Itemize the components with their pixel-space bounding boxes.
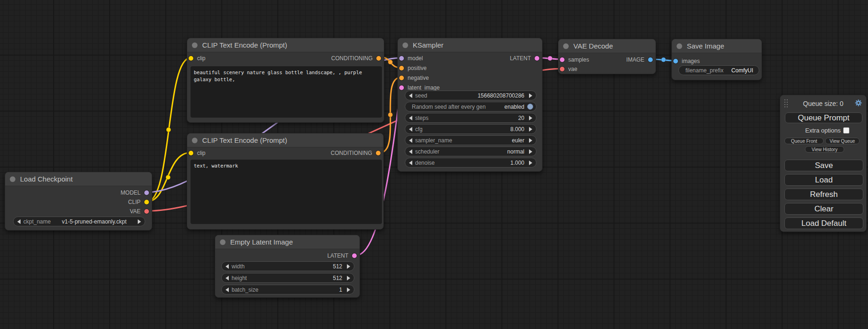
denoise-value: 1.000 [510, 160, 524, 166]
increment-arrow-icon[interactable] [529, 116, 532, 120]
refresh-button[interactable]: Refresh [784, 189, 863, 200]
images-input-dot[interactable] [673, 59, 678, 63]
node-save-image[interactable]: Save Image images filename_prefix ComfyU… [671, 39, 762, 80]
decrement-arrow-icon[interactable] [226, 276, 229, 280]
view-history-button[interactable]: View History [805, 146, 844, 153]
clear-button[interactable]: Clear [784, 203, 863, 215]
clip-input-dot[interactable] [189, 151, 193, 155]
output-conditioning: CONDITIONING [331, 54, 381, 63]
vae-input-dot[interactable] [560, 67, 565, 71]
batch-size-widget[interactable]: batch_size 1 [221, 285, 354, 294]
node-title: Empty Latent Image [230, 238, 293, 246]
clip-input-dot[interactable] [189, 56, 193, 61]
batch-size-value: 1 [339, 287, 342, 293]
filename-prefix-widget[interactable]: filename_prefix ComfyUI [678, 65, 759, 75]
node-empty-latent-image[interactable]: Empty Latent Image LATENT width 512 heig… [215, 235, 360, 298]
decrement-arrow-icon[interactable] [226, 287, 229, 292]
node-title-bar[interactable]: Load Checkpoint [5, 172, 152, 186]
save-button[interactable]: Save [784, 160, 863, 171]
conditioning-output-dot[interactable] [376, 56, 381, 61]
increment-arrow-icon[interactable] [529, 93, 532, 98]
output-latent: LATENT [327, 251, 357, 260]
increment-arrow-icon[interactable] [529, 127, 532, 132]
node-ksampler[interactable]: KSampler model positive negative latent_… [397, 38, 543, 172]
node-title-bar[interactable]: VAE Decode [558, 39, 656, 53]
increment-arrow-icon[interactable] [347, 287, 350, 292]
latent-image-input-dot[interactable] [399, 85, 404, 90]
positive-input-dot[interactable] [399, 66, 404, 70]
decrement-arrow-icon[interactable] [409, 127, 412, 132]
decrement-arrow-icon[interactable] [409, 93, 412, 98]
vae-output-dot[interactable] [144, 209, 149, 214]
decrement-arrow-icon[interactable] [226, 264, 229, 269]
scheduler-value: normal [507, 148, 524, 155]
cfg-widget[interactable]: cfg 8.000 [405, 124, 536, 134]
node-title-bar[interactable]: KSampler [398, 38, 542, 52]
toggle-knob[interactable] [527, 104, 533, 110]
increment-arrow-icon[interactable] [529, 161, 532, 165]
extra-options-checkbox[interactable] [843, 127, 849, 133]
node-title: VAE Decode [573, 42, 613, 50]
seed-widget[interactable]: seed 156680208700286 [405, 91, 536, 100]
decrement-arrow-icon[interactable] [409, 116, 412, 120]
node-title: KSampler [413, 41, 444, 49]
node-collapse-dot[interactable] [677, 43, 682, 49]
ckpt-name-widget[interactable]: ckpt_name v1-5-pruned-emaonly.ckpt [13, 217, 145, 226]
positive-prompt-textarea[interactable]: beautiful scenery nature glass bottle la… [191, 66, 382, 118]
node-title-bar[interactable]: CLIP Text Encode (Prompt) [187, 133, 383, 147]
negative-input-dot[interactable] [399, 76, 404, 80]
node-title-bar[interactable]: CLIP Text Encode (Prompt) [187, 38, 384, 52]
node-clip-text-encode-positive[interactable]: CLIP Text Encode (Prompt) clip CONDITION… [187, 38, 384, 123]
width-widget[interactable]: width 512 [221, 261, 354, 271]
next-value-arrow-icon[interactable] [529, 138, 532, 143]
denoise-widget[interactable]: denoise 1.000 [405, 158, 536, 168]
clip-output-dot[interactable] [144, 200, 149, 204]
load-button[interactable]: Load [784, 174, 863, 186]
node-title-bar[interactable]: Save Image [672, 39, 762, 53]
increment-arrow-icon[interactable] [347, 276, 350, 280]
prev-value-arrow-icon[interactable] [409, 138, 412, 143]
prev-value-arrow-icon[interactable] [409, 149, 412, 154]
increment-arrow-icon[interactable] [347, 264, 350, 269]
next-value-arrow-icon[interactable] [138, 219, 141, 224]
link-midpoint-dot [166, 175, 170, 180]
node-vae-decode[interactable]: VAE Decode samples vae IMAGE [558, 39, 656, 74]
model-output-dot[interactable] [144, 190, 149, 195]
samples-input-dot[interactable] [560, 57, 565, 62]
node-title-bar[interactable]: Empty Latent Image [215, 235, 360, 249]
sampler-name-value: euler [512, 137, 524, 144]
scheduler-widget[interactable]: scheduler normal [405, 147, 536, 156]
sampler-name-widget[interactable]: sampler_name euler [405, 135, 536, 145]
link-midpoint-dot [388, 60, 393, 64]
image-output-dot[interactable] [648, 57, 653, 62]
steps-value: 20 [518, 115, 524, 121]
decrement-arrow-icon[interactable] [409, 161, 412, 165]
node-collapse-dot[interactable] [402, 42, 408, 48]
node-collapse-dot[interactable] [192, 138, 198, 143]
next-value-arrow-icon[interactable] [529, 149, 532, 154]
node-collapse-dot[interactable] [10, 176, 15, 182]
output-clip: CLIP [128, 197, 149, 207]
node-collapse-dot[interactable] [563, 43, 569, 49]
settings-gear-icon[interactable] [854, 99, 862, 107]
conditioning-output-dot[interactable] [376, 151, 381, 155]
prev-value-arrow-icon[interactable] [17, 219, 21, 224]
node-collapse-dot[interactable] [192, 42, 198, 48]
negative-prompt-textarea[interactable]: text, watermark [191, 160, 382, 224]
node-load-checkpoint[interactable]: Load Checkpoint MODEL CLIP VAE ckpt_name… [5, 172, 152, 231]
random-seed-widget[interactable]: Random seed after every gen enabled [405, 102, 536, 112]
latent-output-dot[interactable] [535, 56, 539, 61]
view-queue-button[interactable]: View Queue [825, 138, 860, 144]
link-midpoint-dot [661, 57, 666, 62]
input-samples: samples [560, 55, 589, 64]
queue-front-button[interactable]: Queue Front [784, 138, 824, 144]
node-collapse-dot[interactable] [220, 239, 226, 245]
load-default-button[interactable]: Load Default [784, 217, 863, 229]
height-widget[interactable]: height 512 [221, 273, 354, 283]
steps-widget[interactable]: steps 20 [405, 113, 536, 123]
queue-prompt-button[interactable]: Queue Prompt [785, 112, 862, 123]
model-input-dot[interactable] [399, 56, 404, 61]
input-vae: vae [560, 64, 577, 74]
node-clip-text-encode-negative[interactable]: CLIP Text Encode (Prompt) clip CONDITION… [187, 133, 384, 230]
latent-output-dot[interactable] [352, 253, 357, 258]
